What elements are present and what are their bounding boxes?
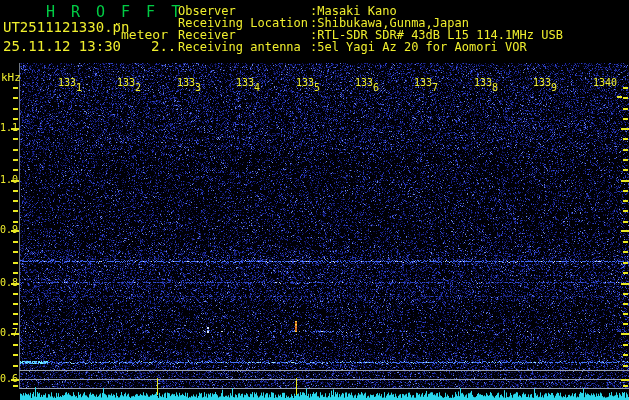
time-label-1336: 1336 xyxy=(355,77,379,88)
time-label-1337: 1337 xyxy=(414,77,438,88)
time-label-minute-digit: 5 xyxy=(314,82,320,93)
freq-label-0.7: 0.7 xyxy=(0,327,18,338)
time-label-minute-digit: 2 xyxy=(135,82,141,93)
time-label-1339: 1339 xyxy=(533,77,557,88)
time-label-minute-digit: 3 xyxy=(195,82,201,93)
time-label-prefix: 133 xyxy=(533,77,551,88)
time-label-minute-digit: 6 xyxy=(373,82,379,93)
time-label-1334: 1334 xyxy=(236,77,260,88)
time-label-1331: 1331 xyxy=(58,77,82,88)
time-label-prefix: 133 xyxy=(236,77,254,88)
freq-label-0.6: 0.6 xyxy=(0,373,18,384)
time-label-prefix: 134 xyxy=(593,77,611,88)
freq-label-0.8: 0.8 xyxy=(0,277,18,288)
time-label-prefix: 133 xyxy=(474,77,492,88)
time-label-prefix: 133 xyxy=(117,77,135,88)
frequency-unit-label: kHz xyxy=(1,71,21,84)
freq-label-0.9: 0.9 xyxy=(0,224,18,235)
hrofft-window: HROFFT UT2511121330.pn ¨ meteor 25.11.12… xyxy=(0,0,629,400)
time-label-prefix: 133 xyxy=(355,77,373,88)
freq-label-1.0: 1.0 xyxy=(0,174,18,185)
time-label-1332: 1332 xyxy=(117,77,141,88)
time-label-1338: 1338 xyxy=(474,77,498,88)
time-label-minute-digit: 7 xyxy=(432,82,438,93)
time-label-minute-digit: 1 xyxy=(76,82,82,93)
receiving-antenna-label: Receiving antenna xyxy=(178,40,301,54)
time-label-minute-digit: 0 xyxy=(611,77,617,88)
receiving-antenna-value: :5el Yagi Az 20 for Aomori VOR xyxy=(310,40,527,54)
time-label-prefix: 133 xyxy=(296,77,314,88)
time-label-prefix: 133 xyxy=(177,77,195,88)
capture-filename: UT2511121330.pn xyxy=(3,19,129,35)
timestamp: 25.11.12 13:30 xyxy=(3,38,121,54)
time-label-prefix: 133 xyxy=(58,77,76,88)
time-label-1335: 1335 xyxy=(296,77,320,88)
time-label-prefix: 133 xyxy=(414,77,432,88)
time-label-1333: 1333 xyxy=(177,77,201,88)
time-label-minute-digit: 9 xyxy=(551,82,557,93)
spectrogram-canvas xyxy=(0,0,629,400)
time-label-minute-digit: 8 xyxy=(492,82,498,93)
counter-value: 2.. xyxy=(151,38,176,54)
time-label-minute-digit: 4 xyxy=(254,82,260,93)
freq-label-1.1: 1.1 xyxy=(0,122,18,133)
time-label-1340: 1340 xyxy=(593,77,617,88)
